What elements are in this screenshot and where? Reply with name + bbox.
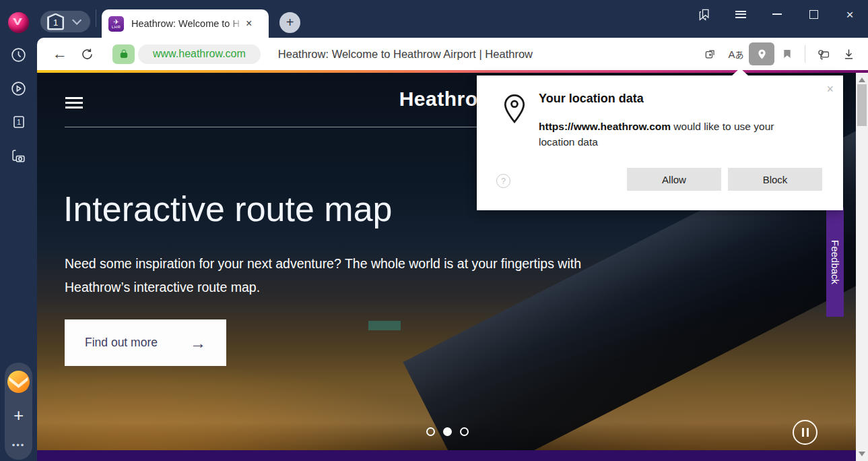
hero-carousel-dots: [426, 427, 469, 436]
screenshot-capture-icon[interactable]: [0, 139, 37, 173]
scroll-down-arrow-icon[interactable]: [859, 452, 865, 456]
titlebar: 1 ✈ LHR Heathrow: Welcome to H × + ×: [0, 0, 868, 38]
address-toolbar: ← www.heathrow.com Heathrow: Welcome to …: [37, 38, 868, 70]
help-icon[interactable]: ?: [496, 174, 510, 188]
page-scrollbar[interactable]: [856, 73, 868, 461]
new-tab-button[interactable]: +: [279, 12, 300, 33]
vivaldi-logo-icon[interactable]: [8, 12, 29, 33]
window-close-button[interactable]: ×: [832, 1, 868, 28]
browser-menu-icon[interactable]: [723, 1, 759, 28]
location-permission-icon[interactable]: [749, 42, 774, 65]
popup-arrow: [731, 68, 749, 76]
reload-button[interactable]: [73, 42, 100, 66]
block-button[interactable]: Block: [728, 168, 822, 191]
window-minimize-button[interactable]: [759, 1, 795, 28]
scroll-up-arrow-icon[interactable]: [859, 78, 865, 82]
tab-title: Heathrow: Welcome to H: [131, 18, 244, 29]
location-permission-popup: × Your location data https://www.heathro…: [477, 75, 843, 210]
sync-bookmarks-icon[interactable]: [686, 1, 723, 28]
mail-web-panel-icon[interactable]: [7, 371, 30, 393]
media-play-icon[interactable]: [0, 71, 37, 105]
tab-close-icon[interactable]: ×: [246, 18, 252, 30]
next-section-band: [37, 450, 856, 461]
workspace-switcher[interactable]: 1: [40, 11, 90, 32]
back-button[interactable]: ←: [46, 42, 73, 66]
password-manager-icon[interactable]: [810, 42, 836, 65]
url-text: www.heathrow.com: [153, 48, 246, 60]
bookmark-page-icon[interactable]: [774, 42, 800, 65]
image-artifact: [368, 321, 401, 330]
find-out-more-button[interactable]: Find out more →: [65, 319, 226, 366]
secure-lock-icon[interactable]: [112, 44, 135, 64]
hero-description: Need some inspiration for your next adve…: [65, 252, 644, 299]
chevron-down-icon: [72, 16, 81, 25]
workspace-badge-icon: 1: [47, 13, 64, 30]
translate-page-icon[interactable]: Aあ: [723, 42, 749, 65]
arrow-right-icon: →: [190, 334, 206, 352]
location-pin-icon: [500, 93, 529, 128]
feedback-tab[interactable]: Feedback: [826, 208, 844, 317]
divider: [96, 9, 96, 27]
workspace-count: 1: [47, 13, 64, 30]
hero-title: Interactive route map: [63, 189, 392, 229]
divider: [805, 45, 805, 63]
allow-button[interactable]: Allow: [627, 168, 721, 191]
window-panel-icon[interactable]: 1: [0, 105, 37, 139]
vivaldi-panel-sidebar: 1 + •••: [0, 38, 37, 461]
carousel-dot-2-active[interactable]: [443, 427, 452, 436]
panel-settings-icon[interactable]: •••: [0, 440, 37, 450]
popup-origin: https://www.heathrow.com: [539, 121, 671, 132]
tab-tiling-icon[interactable]: [698, 42, 723, 65]
downloads-icon[interactable]: [836, 42, 861, 65]
popup-close-icon[interactable]: ×: [826, 82, 834, 96]
heathrow-favicon: ✈ LHR: [108, 16, 124, 32]
popup-title: Your location data: [539, 92, 644, 106]
carousel-dot-1[interactable]: [426, 427, 435, 436]
window-maximize-button[interactable]: [795, 1, 832, 28]
carousel-pause-button[interactable]: [793, 420, 817, 445]
svg-text:1: 1: [16, 118, 20, 126]
address-bar[interactable]: www.heathrow.com: [138, 44, 261, 64]
add-web-panel-button[interactable]: +: [13, 405, 24, 426]
site-menu-icon[interactable]: [65, 94, 83, 111]
history-icon[interactable]: [0, 38, 37, 71]
browser-tab-heathrow[interactable]: ✈ LHR Heathrow: Welcome to H ×: [102, 9, 269, 38]
popup-message: https://www.heathrow.com would like to u…: [539, 119, 808, 150]
carousel-dot-3[interactable]: [460, 427, 469, 436]
toolbar-page-title: Heathrow: Welcome to Heathrow Airport | …: [278, 48, 533, 61]
scrollbar-thumb[interactable]: [857, 84, 867, 126]
